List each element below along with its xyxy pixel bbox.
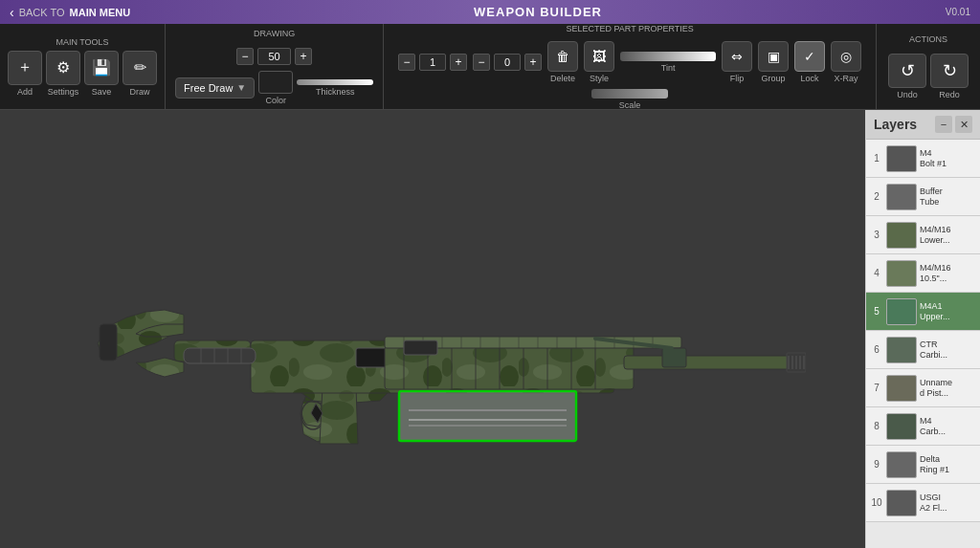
layer-num-9: 9 (870, 459, 883, 470)
xray-label: X-Ray (835, 74, 858, 83)
layers-title: Layers (874, 117, 917, 132)
drawing-value[interactable] (257, 48, 291, 65)
save-button[interactable]: 💾 (84, 51, 119, 85)
flip-item: ⇔ Flip (722, 41, 752, 83)
color-item: Color (258, 71, 293, 105)
actions-row: ↺ Undo ↻ Redo (888, 54, 969, 99)
prop-plus-2[interactable]: + (524, 54, 542, 71)
draw-button[interactable]: ✏ (122, 51, 157, 85)
layer-item-9[interactable]: 9Delta Ring #1 (866, 446, 980, 484)
scale-slider[interactable] (591, 89, 668, 99)
selected-part-section: Selected Part Properties − + − + 🗑 Delet… (384, 24, 877, 109)
style-button[interactable]: 🖼 (584, 41, 614, 72)
layer-name-7: Unname d Pist... (920, 378, 952, 399)
tint-slider[interactable] (620, 52, 716, 61)
prop-minus-2[interactable]: − (473, 54, 490, 71)
actions-label: Actions (909, 34, 947, 44)
weapon-barrel (595, 339, 806, 372)
main-tools-label: Main Tools (56, 37, 108, 47)
layer-item-10[interactable]: 10USGI A2 Fl... (866, 484, 980, 522)
layer-num-8: 8 (870, 421, 883, 431)
drawing-plus-btn[interactable]: + (295, 48, 312, 65)
save-label: Save (92, 87, 112, 97)
flip-button[interactable]: ⇔ (722, 41, 752, 72)
delete-label: Delete (550, 74, 575, 83)
layers-minimize-button[interactable]: − (935, 116, 952, 133)
xray-button[interactable]: ◎ (831, 41, 861, 72)
layers-list: 1M4 Bolt #12Buffer Tube3M4/M16 Lower...4… (866, 140, 980, 548)
settings-label: Settings (48, 87, 79, 97)
style-item: 🖼 Style (584, 41, 614, 83)
layer-item-4[interactable]: 4M4/M16 10.5"... (866, 254, 980, 293)
weapon-buffer-tube (184, 348, 256, 363)
layer-item-5[interactable]: 5M4A1 Upper... (866, 293, 980, 331)
scale-item: Scale (591, 89, 668, 110)
toolbar: Main Tools ＋ Add ⚙ Settings 💾 Save ✏ Dra… (0, 24, 980, 110)
delete-item: 🗑 Delete (547, 41, 578, 83)
prop-val-1[interactable] (419, 54, 446, 71)
layer-item-1[interactable]: 1M4 Bolt #1 (866, 140, 980, 178)
layer-num-3: 3 (870, 230, 883, 240)
thickness-slider[interactable] (297, 79, 373, 85)
layer-thumb-2 (886, 184, 917, 210)
redo-button[interactable]: ↻ (930, 54, 969, 88)
undo-button[interactable]: ↺ (888, 54, 926, 88)
delete-button[interactable]: 🗑 (547, 41, 578, 72)
svg-rect-57 (404, 340, 437, 355)
layer-thumb-10 (886, 490, 917, 516)
prop-num-control-1: − + (398, 54, 467, 71)
content-area: Layers − ✕ 1M4 Bolt #12Buffer Tube3M4/M1… (0, 110, 980, 548)
layer-item-6[interactable]: 6CTR Carbi... (866, 331, 980, 369)
thickness-item: Thickness (297, 79, 373, 97)
layer-item-3[interactable]: 3M4/M16 Lower... (866, 216, 980, 254)
svg-rect-44 (662, 348, 686, 367)
thickness-label: Thickness (316, 87, 355, 97)
layer-name-2: Buffer Tube (920, 186, 943, 208)
add-button[interactable]: ＋ (8, 51, 42, 85)
layers-close-button[interactable]: ✕ (955, 116, 972, 133)
layer-num-10: 10 (870, 497, 883, 508)
lock-button[interactable]: ✓ (794, 41, 825, 72)
weapon-stock (98, 310, 251, 377)
layer-num-6: 6 (870, 344, 883, 355)
color-swatch[interactable] (258, 71, 293, 94)
layer-name-4: M4/M16 10.5"... (920, 263, 951, 284)
flip-label: Flip (730, 74, 745, 83)
canvas-area[interactable] (0, 110, 865, 548)
actions-section: Actions ↺ Undo ↻ Redo (877, 24, 980, 109)
group-button[interactable]: ▣ (758, 41, 789, 72)
layers-panel: Layers − ✕ 1M4 Bolt #12Buffer Tube3M4/M1… (865, 110, 980, 548)
layer-thumb-6 (886, 337, 917, 363)
svg-rect-43 (624, 356, 796, 369)
layer-thumb-1 (886, 145, 917, 172)
lock-label: Lock (801, 74, 819, 83)
add-label: Add (17, 87, 33, 97)
layer-name-6: CTR Carbi... (920, 340, 947, 361)
layer-name-5: M4A1 Upper... (920, 301, 950, 322)
version-label: V0.01 (946, 7, 970, 17)
drawing-section: Drawing − + Free Draw ▼ Color Thickness (166, 24, 384, 109)
back-button[interactable]: ‹ BACK TO MAIN MENU (10, 5, 130, 20)
settings-button[interactable]: ⚙ (46, 51, 80, 85)
draw-label: Draw (129, 87, 149, 97)
draw-tool-selector[interactable]: Free Draw ▼ (175, 77, 255, 99)
layer-name-8: M4 Carb... (920, 416, 946, 437)
layer-item-2[interactable]: 2Buffer Tube (866, 178, 980, 216)
settings-tool-item: ⚙ Settings (46, 51, 80, 97)
main-menu-label: MAIN MENU (70, 7, 131, 18)
prop-minus-1[interactable]: − (398, 54, 415, 71)
layer-name-9: Delta Ring #1 (920, 454, 949, 475)
layer-item-8[interactable]: 8M4 Carb... (866, 407, 980, 446)
prop-plus-1[interactable]: + (450, 54, 467, 71)
layer-item-7[interactable]: 7Unname d Pist... (866, 369, 980, 407)
drawing-label: Drawing (254, 29, 295, 38)
svg-rect-9 (100, 324, 117, 361)
layer-num-5: 5 (870, 306, 883, 317)
undo-label: Undo (897, 90, 918, 99)
drawing-minus-btn[interactable]: − (236, 48, 254, 65)
top-bar: ‹ BACK TO MAIN MENU WEAPON BUILDER V0.01 (0, 0, 980, 24)
prop-val-2[interactable] (494, 54, 521, 71)
weapon-svg (59, 157, 806, 501)
redo-label: Redo (939, 90, 960, 99)
app-title: WEAPON BUILDER (474, 5, 602, 19)
